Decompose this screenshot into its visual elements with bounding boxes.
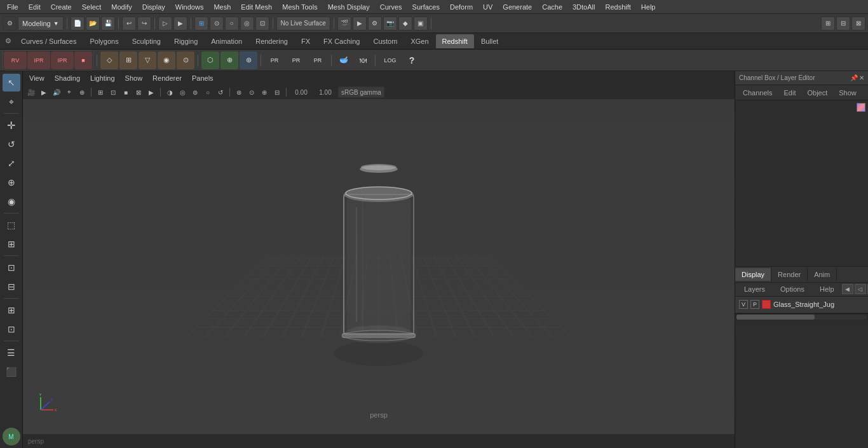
open-scene-btn[interactable]: 📂 <box>86 17 100 31</box>
tab-settings-btn[interactable]: ⚙ <box>3 36 14 47</box>
scrollbar-thumb[interactable] <box>736 315 815 320</box>
menu-surfaces[interactable]: Surfaces <box>408 2 444 12</box>
cb-tab-channels[interactable]: Channels <box>738 88 777 98</box>
color-swatch[interactable] <box>857 103 865 112</box>
snap-view-btn[interactable]: ⊡ <box>255 17 269 31</box>
dr-tab-anim[interactable]: Anim <box>808 268 837 281</box>
rp-close-btn[interactable]: ✕ <box>859 74 864 81</box>
scale-tool-btn[interactable]: ⤢ <box>3 154 20 172</box>
maya-logo-btn[interactable]: M <box>3 428 20 445</box>
workspace-dropdown[interactable]: Modeling ▼ <box>18 17 64 31</box>
vp-menu-show[interactable]: Show <box>121 73 147 83</box>
menu-windows[interactable]: Windows <box>171 2 208 12</box>
render-btn2[interactable]: ▣ <box>414 17 428 31</box>
soft-mod-btn[interactable]: ◉ <box>3 193 20 210</box>
scene-layout-btn[interactable]: ⊞ <box>821 17 835 31</box>
maximize-panel-btn[interactable]: ⊠ <box>851 17 865 31</box>
menu-create[interactable]: Create <box>46 2 76 12</box>
save-scene-btn[interactable]: 💾 <box>101 17 115 31</box>
layer-nav-left2[interactable]: ◁ <box>855 284 866 294</box>
menu-curves[interactable]: Curves <box>376 2 407 12</box>
unknown-lt-btn1[interactable]: ⊡ <box>3 320 20 338</box>
sculpt-tools-btn[interactable]: ⊡ <box>3 259 20 276</box>
menu-select[interactable]: Select <box>78 2 106 12</box>
tab-rendering[interactable]: Rendering <box>249 34 294 48</box>
vt-hud-btn[interactable]: ⊟ <box>271 86 283 98</box>
vp-menu-shading[interactable]: Shading <box>51 73 84 83</box>
menu-edit-mesh[interactable]: Edit Mesh <box>236 2 276 12</box>
vt-colorspace-btn[interactable]: sRGB gamma <box>338 86 384 98</box>
layer-visibility-btn[interactable]: V <box>739 300 748 309</box>
vt-anim-btn[interactable]: ⌖ <box>64 86 75 98</box>
3d-canvas[interactable]: X Y Z persp <box>23 99 735 434</box>
vp-menu-view[interactable]: View <box>25 73 48 83</box>
vt-dof-btn[interactable]: ○ <box>202 86 214 98</box>
vt-wire-btn[interactable]: ⊡ <box>107 86 119 98</box>
vp-menu-lighting[interactable]: Lighting <box>86 73 119 83</box>
live-surface-btn[interactable]: No Live Surface <box>276 17 330 31</box>
settings-icon[interactable]: ⚙ <box>3 17 17 31</box>
snap-point-btn[interactable]: ○ <box>225 17 239 31</box>
transform-btn1[interactable]: ▷ <box>158 17 172 31</box>
rs-ipr-btn[interactable]: IPR <box>27 51 50 69</box>
vt-shade-btn[interactable]: ◑ <box>164 86 175 98</box>
vt-ss-btn[interactable]: ⊚ <box>189 86 201 98</box>
layer-playback-btn[interactable]: P <box>750 300 759 309</box>
rs-util2-btn[interactable]: 🍽 <box>354 51 372 69</box>
render-cam-btn[interactable]: 📷 <box>383 17 397 31</box>
rotate-tool-btn[interactable]: ↺ <box>3 135 20 153</box>
rs-util1-btn[interactable]: 🥣 <box>335 51 353 69</box>
vt-snap-btn[interactable]: ⊕ <box>76 86 88 98</box>
tab-curves-surfaces[interactable]: Curves / Surfaces <box>15 34 83 48</box>
menu-deform[interactable]: Deform <box>445 2 477 12</box>
snap-curve-btn[interactable]: ⊙ <box>210 17 224 31</box>
vt-ao-btn[interactable]: ◎ <box>177 86 188 98</box>
rs-pr3-btn[interactable]: PR <box>308 51 328 69</box>
dr-tab-render[interactable]: Render <box>771 268 808 281</box>
menu-generate[interactable]: Generate <box>498 2 536 12</box>
layers-options-menu[interactable]: Options <box>775 284 810 294</box>
rs-light-rect-btn[interactable]: ⊞ <box>119 51 137 69</box>
vt-playback-btn[interactable]: ▶ <box>38 86 50 98</box>
vt-isolate-btn[interactable]: ⊛ <box>233 86 245 98</box>
menu-file[interactable]: File <box>3 2 23 12</box>
layers-scrollbar[interactable] <box>735 313 868 321</box>
unknown-lt-btn3[interactable]: ⬛ <box>3 363 20 381</box>
vt-light-btn[interactable]: ▶ <box>146 86 157 98</box>
redo-btn[interactable]: ↪ <box>137 17 151 31</box>
minimize-panel-btn[interactable]: ⊟ <box>836 17 850 31</box>
menu-edit[interactable]: Edit <box>24 2 45 12</box>
layers-help-menu[interactable]: Help <box>815 284 839 294</box>
tab-rigging[interactable]: Rigging <box>168 34 204 48</box>
rs-light3-btn[interactable]: ▽ <box>139 51 156 69</box>
layer-nav-left[interactable]: ◀ <box>842 284 853 294</box>
menu-mesh[interactable]: Mesh <box>209 2 235 12</box>
vt-xray-btn[interactable]: ⊙ <box>246 86 257 98</box>
vt-tex-btn[interactable]: ⊠ <box>133 86 144 98</box>
layers-menu[interactable]: Layers <box>739 284 770 294</box>
menu-uv[interactable]: UV <box>478 2 497 12</box>
menu-cache[interactable]: Cache <box>538 2 567 12</box>
menu-mesh-display[interactable]: Mesh Display <box>323 2 374 12</box>
rs-log-btn[interactable]: LOG <box>379 51 402 69</box>
rs-vol-btn[interactable]: ⊛ <box>240 51 257 69</box>
tab-animation[interactable]: Animation <box>205 34 248 48</box>
vt-audio-btn[interactable]: 🔊 <box>51 86 62 98</box>
cb-tab-object[interactable]: Object <box>802 88 832 98</box>
menu-3dtoall[interactable]: 3DtoAll <box>568 2 599 12</box>
quick-layout-btn[interactable]: ⊞ <box>3 301 20 319</box>
rp-pin-btn[interactable]: 📌 <box>850 74 858 81</box>
rs-unknown-btn[interactable]: ■ <box>74 51 92 69</box>
snap-grid-btn[interactable]: ⊞ <box>194 17 208 31</box>
tab-fx-caching[interactable]: FX Caching <box>317 34 366 48</box>
layer-color-swatch[interactable] <box>762 300 771 309</box>
vt-grid-btn[interactable]: ⊞ <box>95 86 106 98</box>
tab-redshift[interactable]: Redshift <box>436 34 474 48</box>
tab-sculpting[interactable]: Sculpting <box>126 34 167 48</box>
tab-polygons[interactable]: Polygons <box>83 34 125 48</box>
rs-ipr2-btn[interactable]: IPR <box>51 51 74 69</box>
rs-light4-btn[interactable]: ◉ <box>158 51 175 69</box>
tab-xgen[interactable]: XGen <box>404 34 435 48</box>
lasso-select-btn[interactable]: ⌖ <box>3 93 20 111</box>
undo-btn[interactable]: ↩ <box>122 17 136 31</box>
